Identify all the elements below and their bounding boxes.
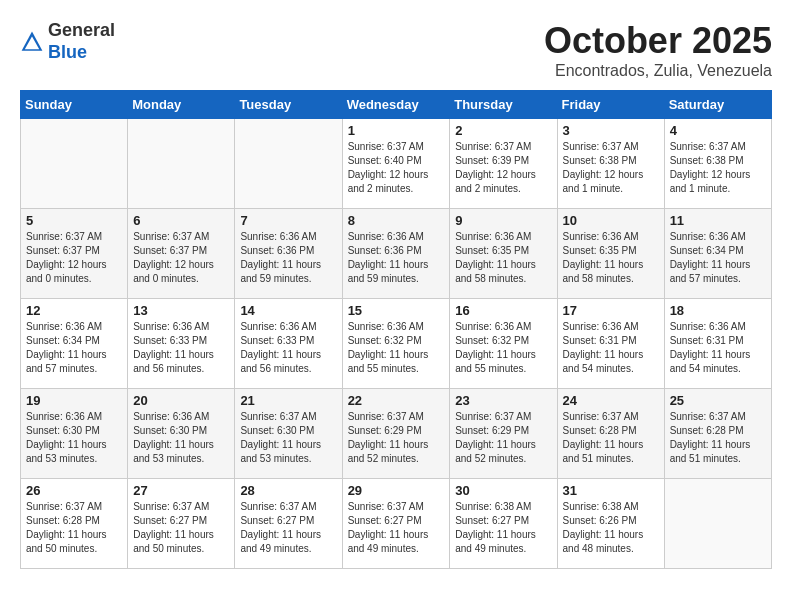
calendar-cell: 18Sunrise: 6:36 AM Sunset: 6:31 PM Dayli… (664, 299, 771, 389)
calendar-cell: 21Sunrise: 6:37 AM Sunset: 6:30 PM Dayli… (235, 389, 342, 479)
day-header-friday: Friday (557, 91, 664, 119)
day-number: 30 (455, 483, 551, 498)
calendar-cell: 22Sunrise: 6:37 AM Sunset: 6:29 PM Dayli… (342, 389, 450, 479)
calendar-cell (21, 119, 128, 209)
day-number: 3 (563, 123, 659, 138)
day-info: Sunrise: 6:37 AM Sunset: 6:40 PM Dayligh… (348, 140, 445, 196)
day-header-wednesday: Wednesday (342, 91, 450, 119)
day-number: 10 (563, 213, 659, 228)
day-info: Sunrise: 6:37 AM Sunset: 6:27 PM Dayligh… (133, 500, 229, 556)
day-number: 19 (26, 393, 122, 408)
calendar-week-row: 5Sunrise: 6:37 AM Sunset: 6:37 PM Daylig… (21, 209, 772, 299)
calendar-cell: 1Sunrise: 6:37 AM Sunset: 6:40 PM Daylig… (342, 119, 450, 209)
calendar-cell: 20Sunrise: 6:36 AM Sunset: 6:30 PM Dayli… (128, 389, 235, 479)
day-info: Sunrise: 6:36 AM Sunset: 6:35 PM Dayligh… (563, 230, 659, 286)
calendar-week-row: 1Sunrise: 6:37 AM Sunset: 6:40 PM Daylig… (21, 119, 772, 209)
day-number: 6 (133, 213, 229, 228)
day-number: 9 (455, 213, 551, 228)
day-info: Sunrise: 6:37 AM Sunset: 6:38 PM Dayligh… (563, 140, 659, 196)
calendar-cell: 30Sunrise: 6:38 AM Sunset: 6:27 PM Dayli… (450, 479, 557, 569)
calendar-cell: 7Sunrise: 6:36 AM Sunset: 6:36 PM Daylig… (235, 209, 342, 299)
calendar-cell: 24Sunrise: 6:37 AM Sunset: 6:28 PM Dayli… (557, 389, 664, 479)
day-header-monday: Monday (128, 91, 235, 119)
logo-general-text: General (48, 20, 115, 40)
calendar-cell: 3Sunrise: 6:37 AM Sunset: 6:38 PM Daylig… (557, 119, 664, 209)
location-title: Encontrados, Zulia, Venezuela (544, 62, 772, 80)
day-info: Sunrise: 6:37 AM Sunset: 6:27 PM Dayligh… (240, 500, 336, 556)
calendar-week-row: 26Sunrise: 6:37 AM Sunset: 6:28 PM Dayli… (21, 479, 772, 569)
day-info: Sunrise: 6:36 AM Sunset: 6:34 PM Dayligh… (670, 230, 766, 286)
day-info: Sunrise: 6:36 AM Sunset: 6:31 PM Dayligh… (670, 320, 766, 376)
day-info: Sunrise: 6:37 AM Sunset: 6:39 PM Dayligh… (455, 140, 551, 196)
calendar-cell: 31Sunrise: 6:38 AM Sunset: 6:26 PM Dayli… (557, 479, 664, 569)
day-number: 2 (455, 123, 551, 138)
calendar-week-row: 12Sunrise: 6:36 AM Sunset: 6:34 PM Dayli… (21, 299, 772, 389)
day-header-saturday: Saturday (664, 91, 771, 119)
day-number: 1 (348, 123, 445, 138)
calendar-cell: 26Sunrise: 6:37 AM Sunset: 6:28 PM Dayli… (21, 479, 128, 569)
day-number: 4 (670, 123, 766, 138)
day-info: Sunrise: 6:36 AM Sunset: 6:32 PM Dayligh… (348, 320, 445, 376)
calendar-header-row: SundayMondayTuesdayWednesdayThursdayFrid… (21, 91, 772, 119)
calendar-cell: 14Sunrise: 6:36 AM Sunset: 6:33 PM Dayli… (235, 299, 342, 389)
day-info: Sunrise: 6:36 AM Sunset: 6:32 PM Dayligh… (455, 320, 551, 376)
day-header-sunday: Sunday (21, 91, 128, 119)
logo: General Blue (20, 20, 115, 63)
day-number: 24 (563, 393, 659, 408)
day-number: 31 (563, 483, 659, 498)
calendar-cell: 17Sunrise: 6:36 AM Sunset: 6:31 PM Dayli… (557, 299, 664, 389)
calendar-week-row: 19Sunrise: 6:36 AM Sunset: 6:30 PM Dayli… (21, 389, 772, 479)
day-number: 26 (26, 483, 122, 498)
day-info: Sunrise: 6:37 AM Sunset: 6:29 PM Dayligh… (348, 410, 445, 466)
day-info: Sunrise: 6:37 AM Sunset: 6:37 PM Dayligh… (26, 230, 122, 286)
day-info: Sunrise: 6:37 AM Sunset: 6:28 PM Dayligh… (563, 410, 659, 466)
day-number: 12 (26, 303, 122, 318)
day-info: Sunrise: 6:36 AM Sunset: 6:30 PM Dayligh… (133, 410, 229, 466)
calendar-cell: 10Sunrise: 6:36 AM Sunset: 6:35 PM Dayli… (557, 209, 664, 299)
logo-icon (20, 30, 44, 54)
day-info: Sunrise: 6:38 AM Sunset: 6:26 PM Dayligh… (563, 500, 659, 556)
calendar-cell: 8Sunrise: 6:36 AM Sunset: 6:36 PM Daylig… (342, 209, 450, 299)
day-number: 7 (240, 213, 336, 228)
day-info: Sunrise: 6:36 AM Sunset: 6:34 PM Dayligh… (26, 320, 122, 376)
day-info: Sunrise: 6:37 AM Sunset: 6:27 PM Dayligh… (348, 500, 445, 556)
day-number: 16 (455, 303, 551, 318)
calendar-cell: 25Sunrise: 6:37 AM Sunset: 6:28 PM Dayli… (664, 389, 771, 479)
day-number: 17 (563, 303, 659, 318)
day-info: Sunrise: 6:36 AM Sunset: 6:31 PM Dayligh… (563, 320, 659, 376)
day-header-thursday: Thursday (450, 91, 557, 119)
title-area: October 2025 Encontrados, Zulia, Venezue… (544, 20, 772, 80)
day-number: 21 (240, 393, 336, 408)
calendar-cell: 27Sunrise: 6:37 AM Sunset: 6:27 PM Dayli… (128, 479, 235, 569)
day-number: 23 (455, 393, 551, 408)
day-number: 13 (133, 303, 229, 318)
calendar-cell (128, 119, 235, 209)
day-info: Sunrise: 6:36 AM Sunset: 6:36 PM Dayligh… (240, 230, 336, 286)
calendar-cell: 19Sunrise: 6:36 AM Sunset: 6:30 PM Dayli… (21, 389, 128, 479)
day-number: 11 (670, 213, 766, 228)
day-info: Sunrise: 6:36 AM Sunset: 6:36 PM Dayligh… (348, 230, 445, 286)
day-info: Sunrise: 6:37 AM Sunset: 6:28 PM Dayligh… (670, 410, 766, 466)
day-number: 15 (348, 303, 445, 318)
day-number: 8 (348, 213, 445, 228)
calendar-cell: 16Sunrise: 6:36 AM Sunset: 6:32 PM Dayli… (450, 299, 557, 389)
day-number: 27 (133, 483, 229, 498)
day-number: 5 (26, 213, 122, 228)
calendar-cell: 11Sunrise: 6:36 AM Sunset: 6:34 PM Dayli… (664, 209, 771, 299)
calendar-cell: 28Sunrise: 6:37 AM Sunset: 6:27 PM Dayli… (235, 479, 342, 569)
day-info: Sunrise: 6:37 AM Sunset: 6:30 PM Dayligh… (240, 410, 336, 466)
calendar-cell: 13Sunrise: 6:36 AM Sunset: 6:33 PM Dayli… (128, 299, 235, 389)
month-title: October 2025 (544, 20, 772, 62)
page-header: General Blue October 2025 Encontrados, Z… (20, 20, 772, 80)
calendar-cell: 23Sunrise: 6:37 AM Sunset: 6:29 PM Dayli… (450, 389, 557, 479)
calendar-table: SundayMondayTuesdayWednesdayThursdayFrid… (20, 90, 772, 569)
day-number: 22 (348, 393, 445, 408)
calendar-cell: 29Sunrise: 6:37 AM Sunset: 6:27 PM Dayli… (342, 479, 450, 569)
calendar-cell: 15Sunrise: 6:36 AM Sunset: 6:32 PM Dayli… (342, 299, 450, 389)
day-number: 14 (240, 303, 336, 318)
day-info: Sunrise: 6:36 AM Sunset: 6:33 PM Dayligh… (133, 320, 229, 376)
day-number: 18 (670, 303, 766, 318)
day-number: 29 (348, 483, 445, 498)
day-info: Sunrise: 6:36 AM Sunset: 6:30 PM Dayligh… (26, 410, 122, 466)
calendar-cell: 2Sunrise: 6:37 AM Sunset: 6:39 PM Daylig… (450, 119, 557, 209)
